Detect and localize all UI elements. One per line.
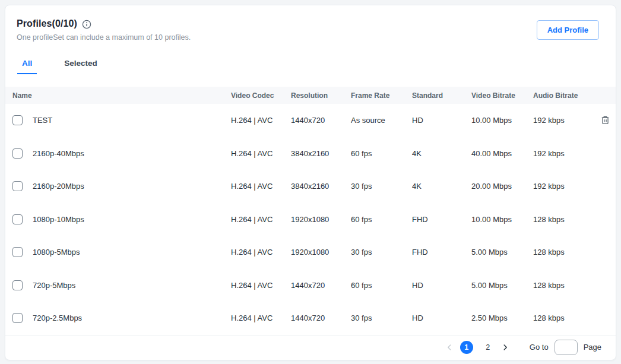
chevron-left-icon[interactable] bbox=[443, 341, 456, 354]
column-header-standard: Standard bbox=[412, 91, 471, 100]
frame-rate-cell: 60 fps bbox=[351, 215, 412, 224]
tab-selected[interactable]: Selected bbox=[59, 59, 102, 74]
video-codec-cell: H.264 | AVC bbox=[231, 215, 291, 224]
video-bitrate-cell: 10.00 Mbps bbox=[471, 116, 533, 125]
resolution-cell: 3840x2160 bbox=[291, 149, 351, 158]
video-bitrate-cell: 20.00 Mbps bbox=[471, 182, 533, 191]
audio-bitrate-cell: 192 kbps bbox=[533, 182, 599, 191]
row-checkbox[interactable] bbox=[12, 313, 23, 323]
column-header-audio-bitrate: Audio Bitrate bbox=[533, 91, 599, 100]
standard-cell: 4K bbox=[412, 149, 471, 158]
video-bitrate-cell: 10.00 Mbps bbox=[471, 215, 533, 224]
page-button-2[interactable]: 2 bbox=[481, 341, 495, 354]
info-icon[interactable] bbox=[82, 20, 91, 29]
frame-rate-cell: 30 fps bbox=[351, 248, 412, 257]
profiles-table: Name Video Codec Resolution Frame Rate S… bbox=[5, 87, 616, 335]
profile-name: 2160p-40Mbps bbox=[33, 149, 84, 158]
pagination-bar: 1 2 Go to Page bbox=[5, 335, 616, 359]
audio-bitrate-cell: 192 kbps bbox=[533, 149, 599, 158]
resolution-cell: 1920x1080 bbox=[291, 215, 351, 224]
column-header-frame-rate: Frame Rate bbox=[351, 91, 412, 100]
resolution-cell: 1920x1080 bbox=[291, 248, 351, 257]
column-header-video-bitrate: Video Bitrate bbox=[471, 91, 533, 100]
audio-bitrate-cell: 192 kbps bbox=[533, 116, 599, 125]
column-header-name: Name bbox=[12, 91, 231, 100]
video-bitrate-cell: 5.00 Mbps bbox=[471, 248, 533, 257]
standard-cell: HD bbox=[412, 281, 471, 290]
video-bitrate-cell: 5.00 Mbps bbox=[471, 281, 533, 290]
row-checkbox[interactable] bbox=[12, 148, 23, 159]
card-header: Profiles(0/10) One profileSet can includ… bbox=[5, 5, 616, 42]
tab-all[interactable]: All bbox=[17, 59, 37, 74]
resolution-cell: 1440x720 bbox=[291, 281, 351, 290]
page-title: Profiles(0/10) bbox=[17, 18, 77, 29]
resolution-cell: 1440x720 bbox=[291, 116, 351, 125]
row-checkbox[interactable] bbox=[12, 214, 23, 224]
chevron-right-icon[interactable] bbox=[499, 341, 512, 354]
frame-rate-cell: As source bbox=[351, 116, 412, 125]
add-profile-button[interactable]: Add Profile bbox=[537, 20, 599, 40]
video-codec-cell: H.264 | AVC bbox=[231, 116, 291, 125]
video-codec-cell: H.264 | AVC bbox=[231, 149, 291, 158]
profile-name: 1080p-5Mbps bbox=[33, 248, 80, 257]
table-row: TEST H.264 | AVC 1440x720 As source HD 1… bbox=[5, 104, 616, 137]
video-codec-cell: H.264 | AVC bbox=[231, 281, 291, 290]
tab-bar: All Selected bbox=[5, 59, 616, 74]
video-codec-cell: H.264 | AVC bbox=[231, 182, 291, 191]
page-button-1[interactable]: 1 bbox=[460, 341, 473, 354]
table-row: 2160p-20Mbps H.264 | AVC 3840x2160 30 fp… bbox=[5, 170, 616, 203]
video-codec-cell: H.264 | AVC bbox=[231, 314, 291, 322]
video-bitrate-cell: 40.00 Mbps bbox=[471, 149, 533, 158]
profile-name: 720p-2.5Mbps bbox=[33, 314, 82, 322]
standard-cell: HD bbox=[412, 116, 471, 125]
profiles-card: Profiles(0/10) One profileSet can includ… bbox=[5, 5, 616, 360]
resolution-cell: 3840x2160 bbox=[291, 182, 351, 191]
video-bitrate-cell: 2.50 Mbps bbox=[471, 314, 533, 322]
table-body: TEST H.264 | AVC 1440x720 As source HD 1… bbox=[5, 104, 616, 335]
page-label: Page bbox=[584, 343, 601, 352]
frame-rate-cell: 60 fps bbox=[351, 149, 412, 158]
standard-cell: FHD bbox=[412, 248, 471, 257]
table-row: 720p-2.5Mbps H.264 | AVC 1440x720 30 fps… bbox=[5, 302, 616, 335]
trash-icon[interactable] bbox=[599, 114, 612, 126]
page-subtitle: One profileSet can include a maximum of … bbox=[17, 33, 601, 42]
frame-rate-cell: 30 fps bbox=[351, 314, 412, 322]
column-header-video-codec: Video Codec bbox=[231, 91, 291, 100]
audio-bitrate-cell: 128 kbps bbox=[533, 215, 599, 224]
table-row: 720p-5Mbps H.264 | AVC 1440x720 60 fps H… bbox=[5, 269, 616, 302]
audio-bitrate-cell: 128 kbps bbox=[533, 248, 599, 257]
goto-label: Go to bbox=[530, 343, 549, 352]
row-checkbox[interactable] bbox=[12, 280, 23, 290]
row-checkbox[interactable] bbox=[12, 181, 23, 191]
table-row: 1080p-10Mbps H.264 | AVC 1920x1080 60 fp… bbox=[5, 203, 616, 236]
table-row: 1080p-5Mbps H.264 | AVC 1920x1080 30 fps… bbox=[5, 236, 616, 269]
audio-bitrate-cell: 128 kbps bbox=[533, 314, 599, 322]
table-row: 2160p-40Mbps H.264 | AVC 3840x2160 60 fp… bbox=[5, 137, 616, 170]
profile-name: 1080p-10Mbps bbox=[33, 215, 84, 224]
frame-rate-cell: 30 fps bbox=[351, 182, 412, 191]
resolution-cell: 1440x720 bbox=[291, 314, 351, 322]
video-codec-cell: H.264 | AVC bbox=[231, 248, 291, 257]
row-checkbox[interactable] bbox=[12, 247, 23, 257]
frame-rate-cell: 60 fps bbox=[351, 281, 412, 290]
standard-cell: HD bbox=[412, 314, 471, 322]
column-header-resolution: Resolution bbox=[291, 91, 351, 100]
profile-name: 2160p-20Mbps bbox=[33, 182, 84, 191]
standard-cell: FHD bbox=[412, 215, 471, 224]
profile-name: 720p-5Mbps bbox=[33, 281, 75, 290]
table-header-row: Name Video Codec Resolution Frame Rate S… bbox=[5, 87, 616, 104]
profile-name: TEST bbox=[33, 116, 52, 125]
standard-cell: 4K bbox=[412, 182, 471, 191]
goto-page-input[interactable] bbox=[555, 340, 578, 355]
audio-bitrate-cell: 128 kbps bbox=[533, 281, 599, 290]
row-checkbox[interactable] bbox=[12, 115, 23, 125]
